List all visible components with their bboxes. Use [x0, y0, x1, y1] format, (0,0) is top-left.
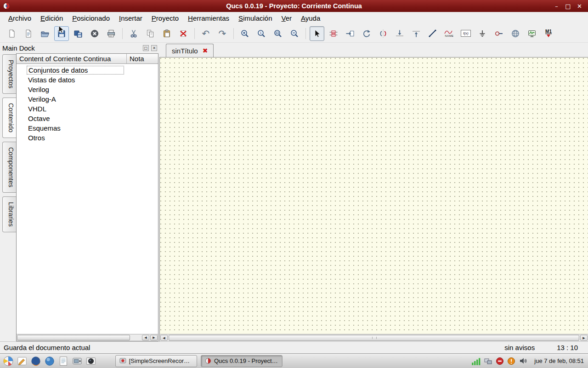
edit-circuit-symbol-button[interactable] [326, 26, 341, 41]
menubar: Archivo Edición Posicionado Insertar Pro… [0, 12, 588, 24]
tab-close-icon[interactable]: ✖ [203, 47, 208, 54]
new-text-document-button[interactable] [21, 26, 36, 41]
tree-row-verilog[interactable]: Verilog [17, 85, 158, 94]
minimize-button[interactable]: – [551, 3, 562, 10]
scroll-right-button[interactable]: ▶ [580, 335, 588, 341]
new-document-button[interactable] [5, 26, 19, 41]
dock-horizontal-scrollbar[interactable]: ◀ ▶ [17, 334, 158, 341]
updates-icon[interactable] [496, 357, 504, 365]
menu-posicionado[interactable]: Posicionado [68, 13, 114, 23]
task-qucs[interactable]: Qucs 0.0.19 - Proyecto: ... [201, 355, 283, 367]
insert-port-button[interactable] [492, 26, 506, 41]
menu-edicion[interactable]: Edición [36, 13, 68, 23]
port-icon [494, 29, 503, 38]
simulate-button[interactable] [525, 26, 539, 41]
signal-strength-icon[interactable] [471, 356, 481, 366]
system-tray: jue 7 de feb, 08:51 [471, 356, 587, 366]
toolbar-separator [122, 28, 123, 39]
pop-out-of-subcircuit-button[interactable] [409, 26, 424, 41]
marker-icon: M1 [545, 29, 552, 34]
qucs-task-icon [205, 357, 211, 364]
view-1-1-button[interactable]: 1 [254, 26, 269, 41]
zoom-in-button[interactable] [237, 26, 252, 41]
text-editor-launcher[interactable] [57, 355, 70, 368]
schematic-canvas[interactable] [159, 57, 588, 334]
browser-launcher[interactable] [43, 355, 56, 368]
clock[interactable]: jue 7 de feb, 08:51 [534, 357, 584, 364]
dock-tab-proyectos[interactable]: Proyectos [2, 54, 16, 94]
network-icon[interactable] [484, 357, 492, 365]
status-message: Guarda el documento actual [4, 344, 504, 351]
start-menu-button[interactable] [2, 355, 15, 368]
tree-row-verilog-a[interactable]: Verilog-A [17, 94, 158, 104]
undo-button[interactable]: ↶ [198, 26, 213, 41]
tree-row-vhdl[interactable]: VHDL [17, 104, 158, 114]
task-simplescreenrecorder[interactable]: [SimpleScreenRecorder] [115, 355, 197, 367]
open-file-button[interactable] [38, 26, 52, 41]
tree-row-vistas-de-datos[interactable]: Vistas de datos [17, 75, 158, 85]
scroll-right-button[interactable]: ▶ [150, 335, 158, 340]
camera-launcher[interactable] [85, 355, 97, 368]
delete-button[interactable] [176, 26, 191, 41]
insert-wire-label-button[interactable]: NAME [442, 26, 457, 41]
menu-archivo[interactable]: Archivo [4, 13, 36, 23]
scroll-left-button[interactable]: ◀ [160, 335, 168, 341]
save-all-button[interactable] [71, 26, 85, 41]
insert-ground-button[interactable] [475, 26, 490, 41]
drawing-app-launcher[interactable] [16, 355, 28, 368]
canvas-horizontal-scrollbar[interactable]: ◀ ▶ [159, 334, 588, 341]
column-header-nota[interactable]: Nota [127, 54, 158, 63]
menu-simulacion[interactable]: Simulación [234, 13, 277, 23]
tree-row-conjuntos-de-datos[interactable]: Conjuntos de datos [17, 65, 158, 75]
set-marker-button[interactable]: M1 [541, 26, 556, 41]
toolbar-separator [194, 28, 195, 39]
dock-close-button[interactable]: ✕ [151, 45, 157, 51]
menu-insertar[interactable]: Insertar [114, 13, 147, 23]
insert-wire-button[interactable] [425, 26, 440, 41]
close-button[interactable]: ✕ [574, 3, 585, 10]
one-to-one-label: 1 [260, 31, 261, 35]
paste-button[interactable] [159, 26, 174, 41]
scrollbar-handle[interactable] [17, 335, 130, 340]
maximize-button[interactable]: □ [562, 3, 574, 10]
mirror-about-x-axis-button[interactable] [392, 26, 407, 41]
scrollbar-trough[interactable] [130, 334, 141, 341]
select-pointer-button[interactable] [310, 26, 324, 41]
notifications-icon[interactable] [507, 357, 515, 365]
equation-text: f(x) [463, 31, 469, 35]
insert-equation-button[interactable]: f(x) [458, 26, 473, 41]
dock-tab-contenido[interactable]: Contenido [2, 98, 16, 138]
dock-tab-componentes[interactable]: Componentes [2, 142, 16, 193]
mirror-about-y-axis-button[interactable] [376, 26, 390, 41]
go-into-subcircuit-button[interactable] [343, 26, 357, 41]
column-header-content[interactable]: Content of Corriente Continua [17, 54, 127, 63]
close-file-button[interactable] [87, 26, 102, 41]
task-label: [SimpleScreenRecorder] [129, 357, 193, 364]
menu-ver[interactable]: Ver [277, 13, 297, 23]
volume-icon[interactable] [519, 356, 527, 365]
dock-float-button[interactable]: □ [143, 45, 149, 51]
titlebar: Qucs 0.0.19 - Proyecto: Corriente Contin… [0, 0, 588, 12]
print-button[interactable] [104, 26, 119, 41]
rotate-button[interactable] [359, 26, 374, 41]
redo-button[interactable]: ↷ [215, 26, 230, 41]
firefox-launcher[interactable] [29, 355, 42, 368]
zoom-out-button[interactable] [287, 26, 302, 41]
tab-sintitulo[interactable]: sinTítulo ✖ [166, 44, 214, 57]
rotate-icon [362, 29, 371, 38]
tree-row-esquemas[interactable]: Esquemas [17, 123, 158, 133]
scroll-left-button[interactable]: ◀ [142, 335, 149, 340]
tab-label: sinTítulo [172, 47, 198, 55]
cut-button[interactable] [126, 26, 141, 41]
matching-circuit-button[interactable] [508, 26, 523, 41]
dock-tab-libraries[interactable]: Libraries [2, 196, 16, 232]
view-all-button[interactable] [271, 26, 285, 41]
copy-button[interactable] [143, 26, 158, 41]
screenshot-tool-launcher[interactable] [71, 355, 84, 368]
menu-ayuda[interactable]: Ayuda [296, 13, 325, 23]
tree-row-octave[interactable]: Octave [17, 114, 158, 123]
menu-proyecto[interactable]: Proyecto [147, 13, 183, 23]
menu-herramientas[interactable]: Herramientas [183, 13, 234, 23]
tree-row-otros[interactable]: Otros [17, 133, 158, 143]
scrollbar-handle[interactable] [169, 335, 579, 341]
